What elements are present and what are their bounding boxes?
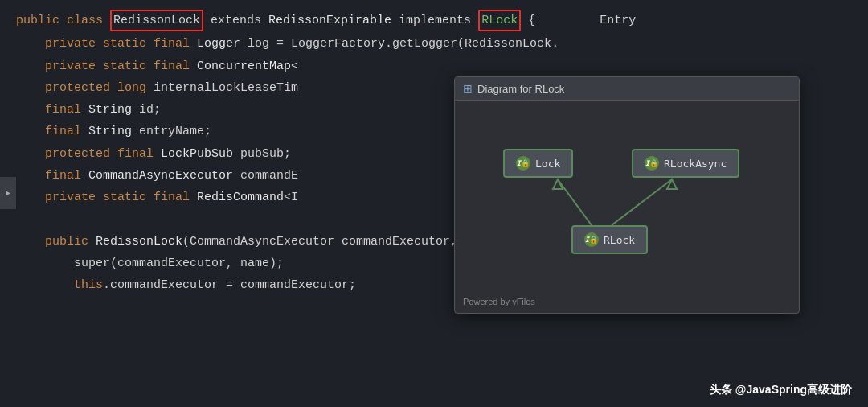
svg-line-0 (558, 179, 592, 225)
type-lockpubsub: LockPubSub (161, 145, 233, 163)
svg-marker-3 (667, 179, 677, 189)
field-id: id; (132, 101, 161, 119)
rlock-async-label: RLockAsync (664, 158, 727, 170)
constructor-name: RedissonLock (96, 232, 182, 251)
type-logger: Logger (197, 35, 240, 53)
kw-long: long (117, 79, 154, 97)
keyword-class: class (67, 11, 110, 30)
type-rediscommand: RedisCommand (197, 188, 284, 207)
implements-keyword: implements (391, 11, 478, 30)
code-line-3: private static final ConcurrentMap< (0, 56, 868, 77)
kw-final2: final (16, 122, 88, 141)
kw-final3: final (16, 166, 88, 185)
uml-node-lock[interactable]: I 🔒 Lock (503, 149, 573, 178)
kw-private2: private static final (16, 57, 197, 76)
code-line-1: public class RedissonLock extends Rediss… (0, 8, 868, 33)
diagram-body: I 🔒 Lock I 🔒 RLockAsync I 🔒 RLock (455, 101, 799, 294)
uml-node-rlock-async[interactable]: I 🔒 RLockAsync (632, 149, 739, 178)
arrows-svg (455, 101, 799, 294)
commandexecutor-assign: .commandExecutor = commandExecutor; (103, 276, 356, 294)
parent-class: RedissonExpirable (268, 11, 391, 30)
watermark-text: 头条 @JavaSpring高级进阶 (710, 383, 852, 396)
class-name-highlight: RedissonLock (110, 10, 203, 31)
keyword-public: public (16, 11, 67, 30)
super-call: super(commandExecutor, name); (16, 254, 284, 273)
type-concurrentmap: ConcurrentMap (197, 57, 291, 76)
type-string1: String (88, 101, 132, 119)
entry-label: Entry (600, 11, 636, 30)
svg-line-2 (612, 179, 672, 225)
field-entryname: entryName; (132, 122, 211, 141)
open-brace: { (521, 11, 535, 30)
generic-open: < (291, 57, 298, 76)
code-area: public class RedissonLock extends Rediss… (0, 0, 868, 407)
diagram-footer-text: Powered by yFiles (463, 297, 535, 306)
lock-node-icon: I 🔒 (516, 156, 530, 171)
code-line-2: private static final Logger log = Logger… (0, 33, 868, 55)
field-internal: internalLockLeaseTim (154, 79, 298, 97)
type-commandasync: CommandAsyncExecutor (88, 166, 233, 185)
kw-private3: private static final (16, 188, 197, 207)
log-assign: log = LoggerFactory.getLogger(RedissonLo… (240, 35, 559, 53)
diagram-title: ⊞ Diagram for RLock (455, 77, 799, 101)
lock-node-label: Lock (535, 158, 560, 170)
kw-public2: public (16, 232, 96, 251)
kw-protected2: protected final (16, 145, 161, 163)
diagram-title-text: Diagram for RLock (477, 83, 564, 95)
kw-final: final (16, 101, 88, 119)
kw-protected: protected (16, 79, 117, 97)
svg-marker-1 (553, 179, 563, 189)
rlock-highlight: RLock (478, 10, 521, 31)
kw-private: private static final (16, 35, 197, 53)
rlock-icon: I 🔒 (584, 232, 599, 247)
field-pubsub: pubSub; (233, 145, 291, 163)
generic-i: <I (284, 188, 298, 207)
diagram-popup[interactable]: ⊞ Diagram for RLock I 🔒 Lock (454, 76, 800, 314)
rlock-async-icon: I 🔒 (645, 156, 659, 171)
diagram-footer: Powered by yFiles (455, 294, 799, 313)
rlock-label: RLock (604, 234, 635, 246)
diagram-title-icon: ⊞ (463, 82, 473, 95)
extends-keyword: extends (203, 11, 268, 30)
sidebar-icon: ▶ (0, 177, 16, 209)
watermark: 头条 @JavaSpring高级进阶 (710, 383, 852, 397)
lock-lock-marker: 🔒 (521, 159, 530, 167)
type-string2: String (88, 122, 132, 141)
this-keyword: this (74, 276, 103, 294)
uml-node-rlock[interactable]: I 🔒 RLock (571, 225, 648, 254)
kw-this (16, 276, 74, 294)
field-comexe: commandE (233, 166, 298, 185)
